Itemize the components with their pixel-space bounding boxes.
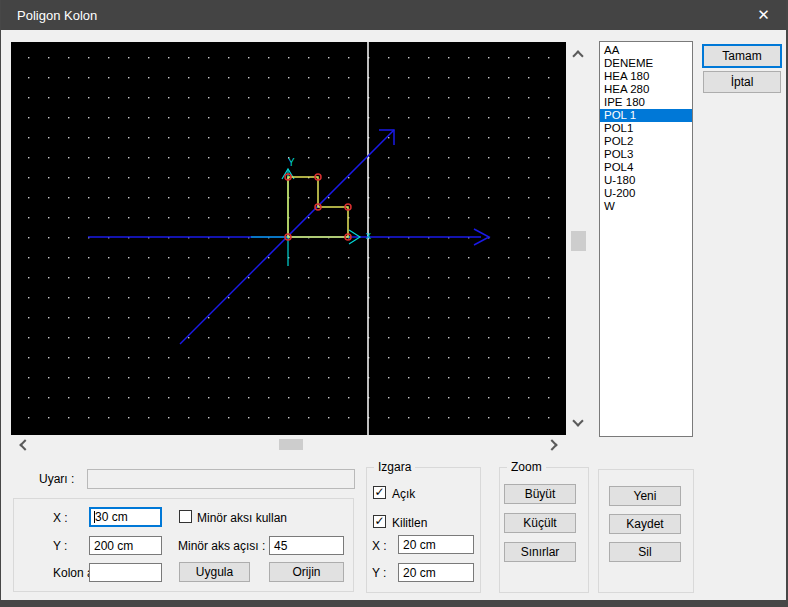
sinirlar-button[interactable]: Sınırlar — [504, 542, 576, 562]
svg-text:Y: Y — [288, 157, 295, 168]
sil-button[interactable]: Sil — [609, 542, 681, 562]
horizontal-scroll-thumb[interactable] — [279, 439, 303, 450]
scroll-down-icon[interactable] — [572, 415, 583, 426]
minor-aks-acisi-label: Minör aks açısı : — [178, 539, 265, 553]
izgara-group-title: Izgara — [374, 460, 415, 474]
drawing-canvas[interactable]: xY — [11, 42, 566, 435]
tamam-button[interactable]: Tamam — [702, 44, 782, 68]
list-item[interactable]: HEA 280 — [600, 83, 692, 96]
yeni-button[interactable]: Yeni — [609, 486, 681, 506]
list-item[interactable]: IPE 180 — [600, 96, 692, 109]
canvas-drawing: xY — [11, 42, 566, 435]
list-item[interactable]: HEA 180 — [600, 70, 692, 83]
list-item[interactable]: DENEME — [600, 57, 692, 70]
list-item[interactable]: POL2 — [600, 135, 692, 148]
kolon-adi-input[interactable] — [89, 563, 162, 582]
list-item[interactable]: AA — [600, 44, 692, 57]
izgara-x-label: X : — [372, 539, 387, 553]
y-input[interactable]: 200 cm — [89, 536, 162, 555]
acik-checkbox-label: Açık — [392, 487, 415, 501]
y-label: Y : — [53, 539, 67, 553]
izgara-y-label: Y : — [372, 566, 386, 580]
acik-checkbox[interactable]: ✓ — [373, 486, 386, 499]
list-item[interactable]: U-180 — [600, 174, 692, 187]
list-item[interactable]: POL3 — [600, 148, 692, 161]
uyari-field — [87, 469, 355, 489]
minor-aks-checkbox[interactable] — [179, 510, 192, 523]
vertical-scroll-thumb[interactable] — [571, 231, 586, 251]
x-label: X : — [53, 511, 68, 525]
zoom-group-title: Zoom — [507, 460, 546, 474]
orijin-button[interactable]: Orijin — [269, 562, 344, 582]
x-input[interactable]: 30 cm — [89, 507, 162, 527]
poligon-kolon-dialog: Poligon Kolon ✕ xY AADENEMEHEA 180HEA 28… — [0, 0, 788, 607]
title-bar[interactable]: Poligon Kolon ✕ — [1, 0, 786, 30]
kucult-button[interactable]: Küçült — [504, 513, 576, 533]
izgara-x-input[interactable]: 20 cm — [398, 535, 474, 554]
list-item[interactable]: U-200 — [600, 187, 692, 200]
iptal-button[interactable]: İptal — [703, 71, 781, 93]
minor-aks-checkbox-label: Minör aksı kullan — [197, 511, 287, 525]
uyari-label: Uyarı : — [39, 472, 74, 486]
svg-text:x: x — [366, 230, 371, 241]
kilitlen-checkbox[interactable]: ✓ — [373, 515, 386, 528]
canvas-horizontal-scrollbar[interactable] — [11, 437, 566, 452]
section-listbox[interactable]: AADENEMEHEA 180HEA 280IPE 180POL 1POL1PO… — [599, 41, 693, 437]
list-item[interactable]: POL1 — [600, 122, 692, 135]
minor-aks-acisi-input[interactable]: 45 — [269, 536, 344, 555]
list-item[interactable]: W — [600, 200, 692, 213]
buyut-button[interactable]: Büyüt — [504, 484, 576, 504]
scroll-right-icon[interactable] — [546, 439, 557, 450]
window-title: Poligon Kolon — [1, 8, 97, 23]
close-icon[interactable]: ✕ — [741, 0, 786, 30]
uygula-button[interactable]: Uygula — [179, 562, 250, 582]
kilitlen-checkbox-label: Kilitlen — [392, 516, 427, 530]
scroll-left-icon[interactable] — [19, 439, 30, 450]
list-item[interactable]: POL 1 — [600, 109, 692, 122]
canvas-vertical-scrollbar[interactable] — [568, 42, 589, 435]
kaydet-button[interactable]: Kaydet — [609, 514, 681, 534]
scroll-up-icon[interactable] — [572, 50, 583, 61]
list-item[interactable]: POL4 — [600, 161, 692, 174]
izgara-y-input[interactable]: 20 cm — [398, 563, 474, 582]
